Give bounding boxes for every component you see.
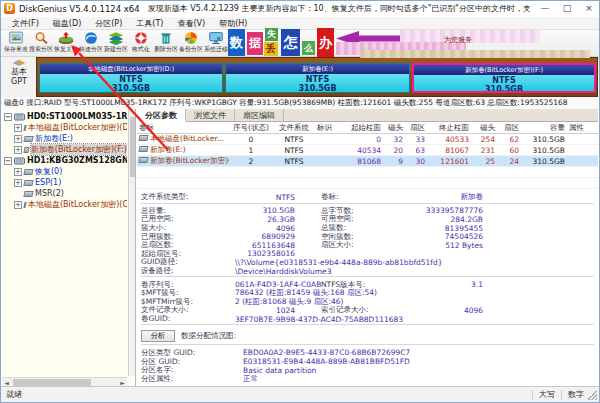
banner-tile: 失 bbox=[265, 28, 278, 41]
tree-item-esp[interactable]: + ESP(1) bbox=[2, 177, 127, 188]
partition-blocks-container: 本地磁盘(BitLocker加密)(D:) NTFS 310.5GB 新加卷(E… bbox=[36, 57, 598, 97]
save-icon bbox=[7, 31, 25, 45]
backup-partition-button[interactable]: 备份分区 bbox=[178, 30, 203, 56]
close-button[interactable]: × bbox=[578, 1, 600, 16]
menu-tools[interactable]: 工具(T) bbox=[129, 18, 170, 29]
partition-fs: NTFS bbox=[414, 76, 594, 85]
divider bbox=[532, 390, 533, 400]
menu-disk[interactable]: 磁盘(D) bbox=[46, 18, 88, 29]
tree-item-msr[interactable]: + MSR(2) bbox=[2, 188, 127, 199]
search-partition-button[interactable]: 搜索分区 bbox=[28, 30, 53, 56]
table-empty-row bbox=[137, 178, 598, 189]
promo-banner[interactable]: 数 据 丢 失 怎 么 办 为您服务 bbox=[226, 27, 598, 58]
format-button[interactable]: 格式化 bbox=[128, 30, 153, 56]
partition-details: 文件系统类型: NTFS 卷标:新加卷 总容量:310.5GB 总字节数:333… bbox=[137, 189, 598, 384]
divider bbox=[141, 324, 594, 327]
recover-file-button[interactable]: 恢复文件 bbox=[53, 30, 78, 56]
new-partition-button[interactable]: 新建分区 bbox=[103, 30, 128, 56]
table-row-selected[interactable]: 新加卷(BitLocker加密)(F:) 2 NTFS 81068 9 30 1… bbox=[137, 156, 598, 167]
expand-icon[interactable]: + bbox=[14, 124, 22, 132]
tree-item-label: HD0:ST1000LM035-1RK172(932GB) bbox=[27, 112, 127, 121]
expand-icon[interactable]: + bbox=[14, 135, 22, 143]
disk-mode-panel: ◀▶ 基本 GPT bbox=[2, 57, 36, 97]
partition-overview-bar: ◀▶ 基本 GPT 本地磁盘(BitLocker加密)(D:) NTFS 310… bbox=[0, 57, 600, 97]
quick-partition-button[interactable]: 快速分区 bbox=[78, 30, 103, 56]
scroll-right-icon[interactable]: ► bbox=[118, 379, 127, 386]
partition-icon bbox=[23, 125, 26, 131]
tree-item-d[interactable]: + 本地磁盘(BitLocker加密)(D:) bbox=[2, 122, 127, 133]
window-title: DiskGenius V5.4.0.1124 x64 bbox=[19, 4, 140, 14]
partition-fs: NTFS bbox=[40, 75, 222, 84]
scrollbar-thumb[interactable] bbox=[13, 379, 91, 386]
tree-item-hd0[interactable]: − HD0:ST1000LM035-1RK172(932GB) bbox=[2, 111, 127, 122]
table-empty-row bbox=[137, 167, 598, 178]
sidebar-vertical-scrollbar[interactable] bbox=[128, 109, 135, 376]
scroll-left-icon[interactable]: ◄ bbox=[2, 379, 11, 386]
collapse-icon[interactable]: − bbox=[4, 113, 12, 121]
delete-partition-button[interactable]: 删除分区 bbox=[153, 30, 178, 56]
disk-icon bbox=[14, 157, 25, 165]
recover-file-icon bbox=[57, 31, 75, 45]
tab-sector-edit[interactable]: 扇区编辑 bbox=[235, 109, 284, 121]
allocation-map-label: 数据分配情况图: bbox=[181, 331, 236, 341]
app-icon: D bbox=[4, 3, 15, 14]
partition-icon bbox=[23, 202, 26, 208]
maximize-button[interactable]: □ bbox=[556, 1, 578, 16]
partition-block-d[interactable]: 本地磁盘(BitLocker加密)(D:) NTFS 310.5GB bbox=[39, 63, 223, 93]
partition-icon bbox=[138, 146, 148, 152]
volume-label-value: 新加卷 bbox=[339, 192, 483, 202]
partition-icon bbox=[23, 191, 33, 197]
tab-browse-files[interactable]: 浏览文件 bbox=[186, 109, 235, 121]
save-changes-button[interactable]: 保存更改 bbox=[3, 30, 28, 56]
status-ready: 就绪 bbox=[6, 389, 22, 400]
expand-icon[interactable]: + bbox=[14, 146, 22, 154]
partition-fs: NTFS bbox=[226, 75, 409, 84]
menu-view[interactable]: 查看(V) bbox=[170, 18, 212, 29]
status-bar: 就绪 大写 数字 bbox=[0, 386, 600, 402]
banner-tile: 数 bbox=[228, 29, 245, 56]
tab-partition-params[interactable]: 分区参数 bbox=[137, 109, 186, 122]
table-row[interactable]: 新加卷(E:) 1 NTFS 40534 20 63 81067 231 60 … bbox=[137, 145, 598, 156]
disk-info-line: 磁盘0 接口:RAID 型号:ST1000LM035-1RK172 序列号:WK… bbox=[0, 97, 600, 109]
expand-icon[interactable]: + bbox=[14, 201, 22, 209]
partition-size: 310.5GB bbox=[226, 84, 409, 93]
volume-guid-value: 3EF70B7E-9B98-437D-AC4D-75AB8D111683 bbox=[235, 315, 403, 324]
device-path-value: \Device\HarddiskVolume3 bbox=[235, 267, 331, 276]
sidebar-horizontal-scrollbar[interactable]: ◄ ► bbox=[2, 377, 127, 386]
menu-partition[interactable]: 分区(P) bbox=[88, 18, 129, 29]
backup-partition-icon bbox=[182, 31, 200, 45]
system-migration-button[interactable]: 系统迁移 bbox=[203, 30, 228, 56]
banner-tile: 怎 bbox=[281, 29, 300, 56]
fs-type-value: NTFS bbox=[233, 193, 295, 202]
minimize-button[interactable]: — bbox=[534, 1, 556, 16]
tabs-bar: 分区参数 浏览文件 扇区编辑 bbox=[137, 109, 598, 122]
table-row[interactable]: 本地磁盘(BitLocker... 0 NTFS 0 32 33 40533 2… bbox=[137, 134, 598, 145]
disk-mode-label: 基本 bbox=[2, 67, 36, 77]
sidebar: − HD0:ST1000LM035-1RK172(932GB) + 本地磁盘(B… bbox=[2, 109, 136, 386]
main-panel: 分区参数 浏览文件 扇区编辑 卷标 序号(状态) 文件系统 标识 起始柱面 磁头… bbox=[137, 109, 598, 386]
delete-partition-icon bbox=[157, 31, 175, 45]
partition-block-f-selected[interactable]: 新加卷(BitLocker加密)(F:) NTFS 310.5GB bbox=[412, 63, 596, 93]
tree-item-hd1[interactable]: − HD1:KBG30ZMS128GNVMeTOSHIBA1 bbox=[2, 155, 127, 166]
tree-item-c[interactable]: + 本地磁盘(BitLocker加密)(C:) bbox=[2, 199, 127, 210]
expand-icon[interactable]: + bbox=[14, 168, 22, 176]
collapse-icon[interactable]: − bbox=[4, 157, 12, 165]
partition-type-guid-value: EBD0A0A2-B9E5-4433-87C0-68B6B72699C7 bbox=[243, 348, 410, 357]
partition-icon bbox=[23, 169, 33, 175]
banner-tile: 据 bbox=[247, 32, 263, 55]
resize-grip[interactable] bbox=[587, 390, 597, 400]
tree-item-label: 恢复(0) bbox=[35, 166, 62, 177]
tree-item-recovery[interactable]: + 恢复(0) bbox=[2, 166, 127, 177]
tree-item-label: 新加卷(BitLocker加密)(F:) bbox=[31, 144, 127, 155]
tree-item-e[interactable]: + 新加卷(E:) bbox=[2, 133, 127, 144]
menu-file[interactable]: 文件(F) bbox=[5, 18, 46, 29]
tree-item-label: HD1:KBG30ZMS128GNVMeTOSHIBA1 bbox=[27, 156, 127, 165]
nav-right-icon[interactable]: ▶ bbox=[19, 58, 25, 67]
tree-item-f-selected[interactable]: + 新加卷(BitLocker加密)(F:) bbox=[2, 144, 127, 155]
partition-guid-value: E0318531-E9B4-448A-889B-AB81BBFD51FD bbox=[243, 357, 410, 366]
banner-tile: 么 bbox=[302, 41, 315, 55]
expand-icon[interactable]: + bbox=[14, 179, 22, 187]
partition-block-e[interactable]: 新加卷(E:) NTFS 310.5GB bbox=[225, 63, 410, 93]
format-icon bbox=[132, 31, 150, 45]
analyze-button[interactable]: 分析 bbox=[141, 330, 175, 342]
